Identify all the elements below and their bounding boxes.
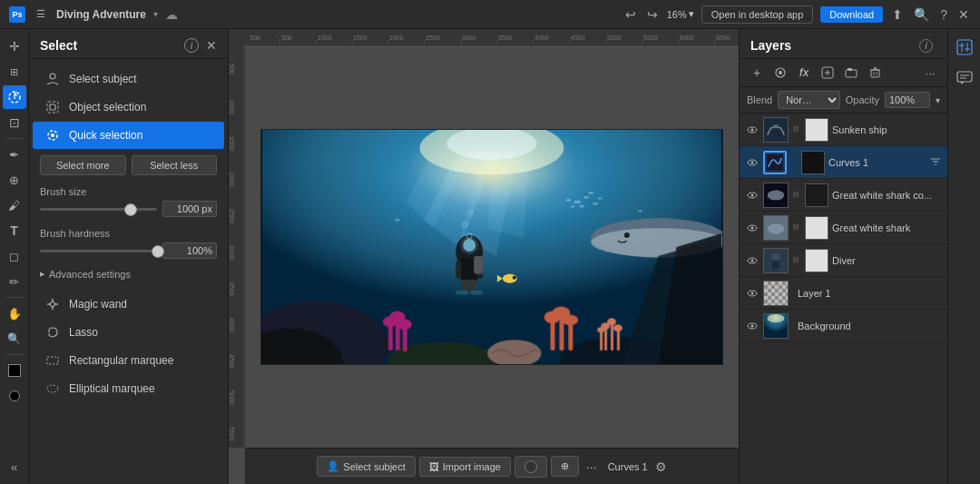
brush-size-track[interactable] [40,208,157,211]
tool-ellipse-marquee[interactable]: Elliptical marquee [33,375,224,402]
tool-lasso[interactable]: Lasso [33,319,224,346]
bottom-more-dots[interactable]: ··· [583,459,601,474]
import-image-btn[interactable]: 🖼 Import image [419,457,511,477]
add-layer-btn[interactable]: + [747,63,767,83]
app-title-arrow[interactable]: ▾ [153,9,158,19]
tool-select-subject[interactable]: Select subject [33,65,224,93]
tool-magic-wand[interactable]: Magic wand [33,291,224,318]
zoom-level[interactable]: 16% ▾ [667,8,694,20]
svg-point-74 [583,195,589,198]
layer-chain-shark: ⛓ [792,221,799,235]
hand-tool[interactable]: ✋ [3,301,26,325]
pen-tool[interactable]: ✏ [3,270,26,293]
layer-curves-1[interactable]: Curves 1 [740,146,947,179]
add-mask-btn[interactable] [770,63,790,83]
open-desktop-btn[interactable]: Open in desktop app [701,5,814,24]
svg-point-104 [513,275,516,279]
brush-size-thumb[interactable] [124,203,137,216]
adjustments-panel-icon[interactable] [952,35,977,60]
redo-icon[interactable]: ↪ [645,5,660,24]
side-panel-info-icon[interactable]: i [184,38,199,53]
transform-btn[interactable]: ⊕ [551,456,579,477]
menu-hamburger[interactable]: ☰ [33,6,49,22]
cloud-icon[interactable]: ☁ [165,7,178,22]
foreground-color[interactable] [3,359,26,382]
svg-point-114 [397,319,412,330]
move-tool[interactable]: ✛ [3,35,26,58]
brush-hardness-label: Brush hardness [40,228,217,239]
layer-background[interactable]: Background [740,310,947,342]
opacity-arrow[interactable]: ▾ [936,95,940,105]
help-icon[interactable]: ? [938,5,949,24]
tool-rect-marquee[interactable]: Rectangular marquee [33,347,224,374]
download-btn[interactable]: Download [820,6,883,23]
tool-object-selection[interactable]: Object selection [33,94,224,121]
mask-icon [524,460,537,473]
mask-btn[interactable] [514,456,547,478]
layer-eye-shark[interactable] [745,221,760,235]
brush-hardness-input[interactable] [162,242,217,259]
type-tool[interactable]: T [3,219,26,242]
eyedropper-tool[interactable]: ✒ [3,143,26,166]
layer-eye-background[interactable] [745,319,760,333]
more-actions-btn[interactable]: ··· [920,63,940,83]
svg-text:500: 500 [250,35,260,41]
tool-quick-selection[interactable]: Quick selection [33,122,224,149]
layer-shark[interactable]: ⛓ Great white shark [740,212,947,244]
layer-eye-diver[interactable] [745,253,760,268]
foreground-circle[interactable] [3,384,26,408]
layers-panel-info-icon[interactable]: i [919,39,933,53]
blend-mode-select[interactable]: Nor… Multiply Screen Overlay [778,91,840,109]
brush-hardness-track[interactable] [40,250,157,252]
layer-filter-icon[interactable] [929,155,942,170]
advanced-toggle[interactable]: ▸ Advanced settings [40,268,217,280]
brush-size-input[interactable] [162,201,217,217]
healing-tool[interactable]: ⊕ [3,168,26,192]
selection-tool[interactable] [3,85,26,109]
layer-thumb-sunken-ship [763,117,789,143]
shape-tool[interactable]: ◻ [3,244,26,268]
select-more-btn[interactable]: Select more [40,155,126,175]
bottom-settings-icon[interactable]: ⚙ [655,459,667,474]
adjustment-btn[interactable] [818,63,838,83]
opacity-label: Opacity [846,94,879,105]
bottom-bar: 👤 Select subject 🖼 Import image ⊕ ··· Cu… [245,448,739,484]
svg-text:4500: 4500 [229,354,235,369]
collapse-panels[interactable]: « [3,455,26,479]
layer-shark-co[interactable]: ⛓ Great white shark co... [740,179,947,212]
canvas-content[interactable] [245,45,739,448]
chat-panel-icon[interactable] [952,65,977,91]
select-less-btn[interactable]: Select less [132,155,218,175]
artboard-tool[interactable]: ⊞ [3,60,26,84]
crop-tool[interactable]: ⊡ [3,111,26,134]
svg-text:5500: 5500 [643,35,658,41]
layer-mask-shark [805,216,828,240]
layer-eye-curves-1[interactable] [745,155,760,170]
layer-eye-sunken-ship[interactable] [745,123,760,137]
brush-hardness-thumb[interactable] [152,245,164,258]
layer-chain-sunken-ship: ⛓ [792,123,799,137]
select-subject-bottom-btn[interactable]: 👤 Select subject [317,456,415,477]
layer-diver[interactable]: ⛓ Diver [740,244,947,277]
layer-sunken-ship[interactable]: ⛓ Sunken ship [740,114,947,146]
layer-1[interactable]: Layer 1 [740,277,947,310]
group-btn[interactable] [841,63,861,83]
delete-layer-btn[interactable] [865,63,885,83]
search-icon[interactable]: 🔍 [912,5,931,24]
app-title: Diving Adventure [56,8,146,21]
fx-btn[interactable]: fx [794,63,814,83]
canvas-image[interactable] [260,129,723,365]
opacity-input[interactable] [885,92,930,108]
side-panel-close-btn[interactable]: ✕ [206,38,217,53]
close-icon[interactable]: ✕ [956,5,971,24]
layer-eye-layer1[interactable] [745,286,760,301]
share-icon[interactable]: ⬆ [890,5,905,24]
brush-tool[interactable]: 🖌 [3,193,26,217]
layer-eye-shark-co[interactable] [745,188,760,202]
undo-icon[interactable]: ↩ [623,5,638,24]
svg-point-12 [47,385,58,392]
svg-text:1500: 1500 [353,35,368,41]
zoom-tool[interactable]: 🔍 [3,327,26,351]
canvas-area[interactable]: 500 500 1000 1500 2000 2500 3000 [229,29,739,484]
side-panel-content: Select subject Object selection Quick se… [29,59,228,484]
